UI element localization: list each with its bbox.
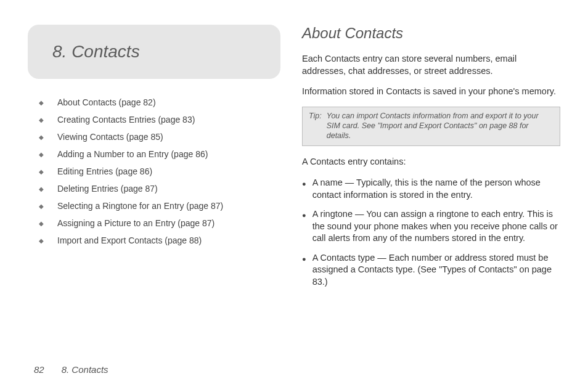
diamond-icon: ◆ xyxy=(39,203,44,210)
toc-label: Deleting Entries (page 87) xyxy=(57,184,158,194)
diamond-icon: ◆ xyxy=(39,237,44,244)
right-column: About Contacts Each Contacts entry can s… xyxy=(302,25,560,296)
toc-item: ◆ Editing Entries (page 86) xyxy=(39,166,280,176)
toc-label: Selecting a Ringtone for an Entry (page … xyxy=(57,201,223,211)
toc-item: ◆ Creating Contacts Entries (page 83) xyxy=(39,115,280,125)
toc-label: Viewing Contacts (page 85) xyxy=(57,132,163,142)
body-paragraph: A Contacts entry contains: xyxy=(302,156,560,168)
bullet-icon: ● xyxy=(302,255,306,264)
tip-box: Tip: You can import Contacts information… xyxy=(302,107,560,147)
page-number: 82 xyxy=(34,364,44,375)
bullet-text: A Contacts type — Each number or address… xyxy=(312,252,560,288)
toc-label: Creating Contacts Entries (page 83) xyxy=(57,115,195,125)
toc-item: ◆ Adding a Number to an Entry (page 86) xyxy=(39,149,280,159)
body-paragraph: Each Contacts entry can store several nu… xyxy=(302,53,560,77)
toc-item: ◆ Import and Export Contacts (page 88) xyxy=(39,235,280,245)
tip-text: You can import Contacts information from… xyxy=(327,111,553,141)
tip-label: Tip: xyxy=(309,111,322,141)
body-paragraph: Information stored in Contacts is saved … xyxy=(302,86,560,98)
diamond-icon: ◆ xyxy=(39,186,44,192)
bullet-text: A ringtone — You can assign a ringtone t… xyxy=(312,208,560,245)
diamond-icon: ◆ xyxy=(39,99,44,106)
toc-item: ◆ Viewing Contacts (page 85) xyxy=(39,132,280,142)
toc-label: About Contacts (page 82) xyxy=(57,97,156,107)
left-column: 8. Contacts ◆ About Contacts (page 82) ◆… xyxy=(28,25,280,296)
bullet-icon: ● xyxy=(302,211,306,220)
toc-list: ◆ About Contacts (page 82) ◆ Creating Co… xyxy=(28,97,280,245)
section-title: About Contacts xyxy=(302,25,560,42)
diamond-icon: ◆ xyxy=(39,134,44,141)
toc-label: Import and Export Contacts (page 88) xyxy=(57,235,202,245)
chapter-title: 8. Contacts xyxy=(52,42,262,62)
toc-label: Editing Entries (page 86) xyxy=(57,166,152,176)
footer-chapter-ref: 8. Contacts xyxy=(62,364,108,375)
diamond-icon: ◆ xyxy=(39,220,44,227)
toc-item: ◆ Assigning a Picture to an Entry (page … xyxy=(39,218,280,228)
toc-item: ◆ About Contacts (page 82) xyxy=(39,97,280,107)
chapter-header: 8. Contacts xyxy=(28,25,280,79)
toc-item: ◆ Selecting a Ringtone for an Entry (pag… xyxy=(39,201,280,211)
bullet-item: ● A Contacts type — Each number or addre… xyxy=(302,252,560,288)
toc-label: Assigning a Picture to an Entry (page 87… xyxy=(57,218,214,228)
toc-label: Adding a Number to an Entry (page 86) xyxy=(57,149,208,159)
bullet-item: ● A name — Typically, this is the name o… xyxy=(302,177,560,201)
page-footer: 82 8. Contacts xyxy=(34,364,108,375)
bullet-text: A name — Typically, this is the name of … xyxy=(312,177,560,201)
bullet-list: ● A name — Typically, this is the name o… xyxy=(302,177,560,288)
page-content: 8. Contacts ◆ About Contacts (page 82) ◆… xyxy=(0,0,588,308)
diamond-icon: ◆ xyxy=(39,151,44,158)
toc-item: ◆ Deleting Entries (page 87) xyxy=(39,184,280,194)
bullet-icon: ● xyxy=(302,179,306,189)
diamond-icon: ◆ xyxy=(39,116,44,123)
diamond-icon: ◆ xyxy=(39,168,44,175)
bullet-item: ● A ringtone — You can assign a ringtone… xyxy=(302,208,560,245)
